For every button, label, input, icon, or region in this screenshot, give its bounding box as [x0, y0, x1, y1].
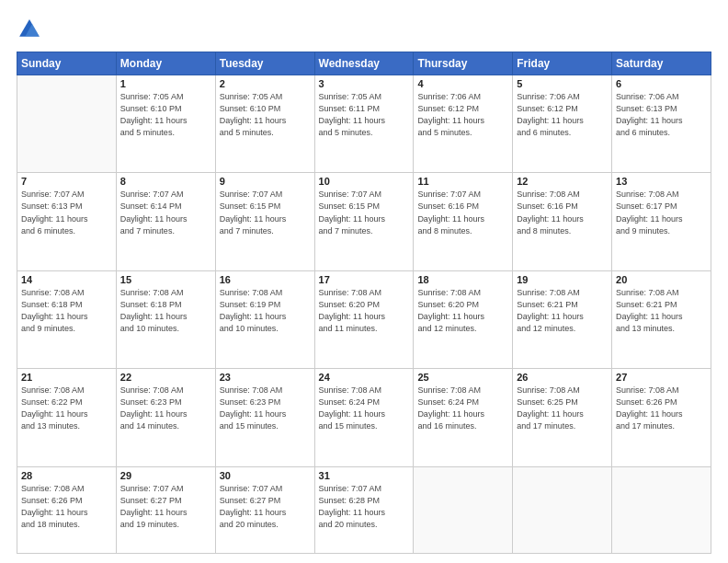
weekday-header: Wednesday — [314, 52, 414, 75]
calendar-cell — [414, 466, 513, 553]
day-number: 1 — [120, 78, 211, 89]
day-info: Sunrise: 7:05 AMSunset: 6:11 PMDaylight:… — [319, 91, 410, 139]
calendar-cell: 27Sunrise: 7:08 AMSunset: 6:26 PMDayligh… — [612, 369, 711, 466]
calendar-cell: 17Sunrise: 7:08 AMSunset: 6:20 PMDayligh… — [314, 270, 414, 368]
calendar-cell: 6Sunrise: 7:06 AMSunset: 6:13 PMDaylight… — [612, 75, 711, 173]
day-info: Sunrise: 7:07 AMSunset: 6:27 PMDaylight:… — [120, 483, 211, 531]
day-info: Sunrise: 7:08 AMSunset: 6:19 PMDaylight:… — [220, 287, 311, 335]
day-number: 28 — [21, 470, 112, 481]
calendar-cell: 25Sunrise: 7:08 AMSunset: 6:24 PMDayligh… — [414, 369, 513, 466]
day-number: 24 — [319, 372, 410, 383]
day-number: 29 — [120, 470, 211, 481]
day-number: 3 — [319, 78, 410, 89]
day-info: Sunrise: 7:08 AMSunset: 6:22 PMDaylight:… — [21, 385, 112, 432]
day-number: 10 — [319, 176, 410, 187]
logo — [17, 17, 46, 42]
day-info: Sunrise: 7:08 AMSunset: 6:24 PMDaylight:… — [319, 385, 410, 432]
calendar-cell: 21Sunrise: 7:08 AMSunset: 6:22 PMDayligh… — [17, 369, 117, 466]
day-info: Sunrise: 7:08 AMSunset: 6:23 PMDaylight:… — [220, 385, 311, 432]
calendar-cell: 3Sunrise: 7:05 AMSunset: 6:11 PMDaylight… — [314, 75, 414, 173]
day-info: Sunrise: 7:07 AMSunset: 6:14 PMDaylight:… — [120, 189, 211, 236]
day-info: Sunrise: 7:07 AMSunset: 6:15 PMDaylight:… — [220, 189, 311, 236]
day-info: Sunrise: 7:08 AMSunset: 6:26 PMDaylight:… — [21, 483, 112, 531]
day-number: 22 — [120, 372, 211, 383]
day-info: Sunrise: 7:07 AMSunset: 6:16 PMDaylight:… — [417, 189, 508, 236]
day-number: 30 — [220, 470, 311, 481]
day-info: Sunrise: 7:08 AMSunset: 6:18 PMDaylight:… — [120, 287, 211, 335]
calendar-cell: 14Sunrise: 7:08 AMSunset: 6:18 PMDayligh… — [17, 270, 117, 368]
day-info: Sunrise: 7:08 AMSunset: 6:25 PMDaylight:… — [517, 385, 608, 432]
day-number: 8 — [120, 176, 211, 187]
day-number: 13 — [616, 176, 707, 187]
day-number: 14 — [21, 274, 112, 285]
calendar-cell: 30Sunrise: 7:07 AMSunset: 6:27 PMDayligh… — [215, 466, 314, 553]
day-number: 20 — [616, 274, 707, 285]
calendar-cell: 10Sunrise: 7:07 AMSunset: 6:15 PMDayligh… — [314, 173, 414, 270]
day-number: 4 — [417, 78, 508, 89]
calendar-cell: 8Sunrise: 7:07 AMSunset: 6:14 PMDaylight… — [116, 173, 215, 270]
day-info: Sunrise: 7:08 AMSunset: 6:20 PMDaylight:… — [417, 287, 508, 335]
day-info: Sunrise: 7:08 AMSunset: 6:21 PMDaylight:… — [616, 287, 707, 335]
day-info: Sunrise: 7:08 AMSunset: 6:23 PMDaylight:… — [120, 385, 211, 432]
weekday-header: Friday — [513, 52, 612, 75]
weekday-header: Tuesday — [215, 52, 314, 75]
calendar-cell: 11Sunrise: 7:07 AMSunset: 6:16 PMDayligh… — [414, 173, 513, 270]
calendar-cell: 22Sunrise: 7:08 AMSunset: 6:23 PMDayligh… — [116, 369, 215, 466]
calendar-cell: 5Sunrise: 7:06 AMSunset: 6:12 PMDaylight… — [513, 75, 612, 173]
calendar-cell: 23Sunrise: 7:08 AMSunset: 6:23 PMDayligh… — [215, 369, 314, 466]
day-info: Sunrise: 7:08 AMSunset: 6:20 PMDaylight:… — [319, 287, 410, 335]
day-number: 15 — [120, 274, 211, 285]
day-number: 11 — [417, 176, 508, 187]
calendar-cell — [612, 466, 711, 553]
calendar-cell: 4Sunrise: 7:06 AMSunset: 6:12 PMDaylight… — [414, 75, 513, 173]
day-number: 21 — [21, 372, 112, 383]
weekday-header: Monday — [116, 52, 215, 75]
day-info: Sunrise: 7:08 AMSunset: 6:26 PMDaylight:… — [616, 385, 707, 432]
calendar-cell: 18Sunrise: 7:08 AMSunset: 6:20 PMDayligh… — [414, 270, 513, 368]
calendar-table: SundayMondayTuesdayWednesdayThursdayFrid… — [17, 52, 711, 554]
day-info: Sunrise: 7:08 AMSunset: 6:17 PMDaylight:… — [616, 189, 707, 236]
logo-icon — [17, 17, 42, 42]
calendar-cell: 16Sunrise: 7:08 AMSunset: 6:19 PMDayligh… — [215, 270, 314, 368]
calendar-cell: 1Sunrise: 7:05 AMSunset: 6:10 PMDaylight… — [116, 75, 215, 173]
day-info: Sunrise: 7:07 AMSunset: 6:28 PMDaylight:… — [319, 483, 410, 531]
day-number: 2 — [220, 78, 311, 89]
calendar-cell: 26Sunrise: 7:08 AMSunset: 6:25 PMDayligh… — [513, 369, 612, 466]
calendar-cell: 19Sunrise: 7:08 AMSunset: 6:21 PMDayligh… — [513, 270, 612, 368]
day-info: Sunrise: 7:05 AMSunset: 6:10 PMDaylight:… — [220, 91, 311, 139]
day-number: 6 — [616, 78, 707, 89]
weekday-header: Sunday — [17, 52, 117, 75]
page: SundayMondayTuesdayWednesdayThursdayFrid… — [0, 0, 728, 563]
day-number: 25 — [417, 372, 508, 383]
calendar-cell — [17, 75, 117, 173]
day-info: Sunrise: 7:07 AMSunset: 6:15 PMDaylight:… — [319, 189, 410, 236]
day-info: Sunrise: 7:06 AMSunset: 6:12 PMDaylight:… — [517, 91, 608, 139]
day-number: 5 — [517, 78, 608, 89]
day-info: Sunrise: 7:06 AMSunset: 6:12 PMDaylight:… — [417, 91, 508, 139]
day-info: Sunrise: 7:05 AMSunset: 6:10 PMDaylight:… — [120, 91, 211, 139]
day-number: 12 — [517, 176, 608, 187]
calendar-cell: 31Sunrise: 7:07 AMSunset: 6:28 PMDayligh… — [314, 466, 414, 553]
calendar-cell: 7Sunrise: 7:07 AMSunset: 6:13 PMDaylight… — [17, 173, 117, 270]
calendar-cell: 13Sunrise: 7:08 AMSunset: 6:17 PMDayligh… — [612, 173, 711, 270]
weekday-header: Saturday — [612, 52, 711, 75]
day-number: 26 — [517, 372, 608, 383]
calendar-cell: 15Sunrise: 7:08 AMSunset: 6:18 PMDayligh… — [116, 270, 215, 368]
calendar-cell: 12Sunrise: 7:08 AMSunset: 6:16 PMDayligh… — [513, 173, 612, 270]
calendar-cell — [513, 466, 612, 553]
calendar-cell: 20Sunrise: 7:08 AMSunset: 6:21 PMDayligh… — [612, 270, 711, 368]
day-number: 19 — [517, 274, 608, 285]
calendar-cell: 29Sunrise: 7:07 AMSunset: 6:27 PMDayligh… — [116, 466, 215, 553]
calendar-cell: 2Sunrise: 7:05 AMSunset: 6:10 PMDaylight… — [215, 75, 314, 173]
day-info: Sunrise: 7:07 AMSunset: 6:13 PMDaylight:… — [21, 189, 112, 236]
calendar-cell: 24Sunrise: 7:08 AMSunset: 6:24 PMDayligh… — [314, 369, 414, 466]
day-number: 23 — [220, 372, 311, 383]
day-number: 31 — [319, 470, 410, 481]
day-number: 9 — [220, 176, 311, 187]
day-info: Sunrise: 7:08 AMSunset: 6:16 PMDaylight:… — [517, 189, 608, 236]
day-number: 18 — [417, 274, 508, 285]
day-number: 17 — [319, 274, 410, 285]
day-info: Sunrise: 7:08 AMSunset: 6:21 PMDaylight:… — [517, 287, 608, 335]
weekday-header: Thursday — [414, 52, 513, 75]
day-number: 16 — [220, 274, 311, 285]
